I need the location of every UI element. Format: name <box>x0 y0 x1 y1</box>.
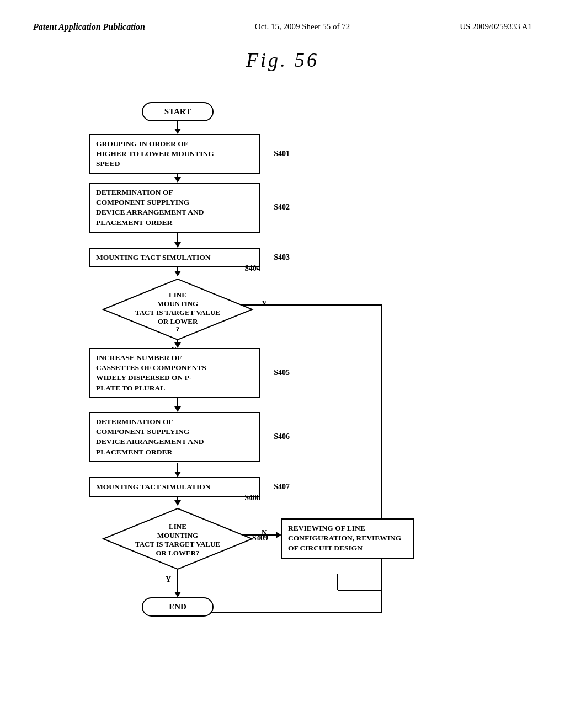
sheet-info: Oct. 15, 2009 Sheet 55 of 72 <box>255 22 350 31</box>
svg-text:OR LOWER?: OR LOWER? <box>156 549 199 557</box>
svg-marker-21 <box>276 532 281 538</box>
svg-text:LINE: LINE <box>169 522 186 531</box>
svg-text:TACT IS TARGET VALUE: TACT IS TARGET VALUE <box>135 540 220 548</box>
publication-label: Patent Application Publication <box>33 22 145 32</box>
svg-text:MOUNTING: MOUNTING <box>157 299 198 308</box>
figure-title: Fig. 56 <box>33 49 532 72</box>
svg-marker-3 <box>174 177 181 183</box>
step-s403: MOUNTING TACT SIMULATION S403 <box>89 248 260 267</box>
step-s409: REVIEWING OF LINECONFIGURATION, REVIEWIN… <box>281 518 414 559</box>
svg-marker-1 <box>174 129 181 134</box>
decision-s404: LINE MOUNTING TACT IS TARGET VALUE OR LO… <box>100 276 255 342</box>
svg-text:?: ? <box>176 325 180 333</box>
start-node: START <box>142 102 214 121</box>
svg-marker-5 <box>174 242 181 248</box>
page: Patent Application Publication Oct. 15, … <box>0 0 565 728</box>
svg-text:OR LOWER: OR LOWER <box>158 317 198 325</box>
page-header: Patent Application Publication Oct. 15, … <box>33 22 532 32</box>
svg-marker-25 <box>174 592 181 597</box>
end-node: END <box>142 597 214 617</box>
svg-marker-7 <box>174 271 181 276</box>
svg-text:MOUNTING: MOUNTING <box>157 531 198 539</box>
step-s406: DETERMINATION OFCOMPONENT SUPPLYINGDEVIC… <box>89 412 260 462</box>
svg-marker-15 <box>174 406 181 412</box>
decision-s408: LINE MOUNTING TACT IS TARGET VALUE OR LO… <box>100 506 255 572</box>
step-s401: GROUPING IN ORDER OFHIGHER TO LOWER MOUN… <box>89 134 260 174</box>
step-s402: DETERMINATION OFCOMPONENT SUPPLYINGDEVIC… <box>89 183 260 233</box>
svg-text:TACT IS TARGET VALUE: TACT IS TARGET VALUE <box>135 308 220 317</box>
step-s407: MOUNTING TACT SIMULATION S407 <box>89 477 260 497</box>
patent-number: US 2009/0259333 A1 <box>460 22 532 31</box>
flowchart-diagram: START GROUPING IN ORDER OFHIGHER TO LOWE… <box>56 94 509 656</box>
svg-text:LINE: LINE <box>169 291 186 299</box>
step-s405: INCREASE NUMBER OFCASSETTES OF COMPONENT… <box>89 348 260 398</box>
svg-marker-17 <box>174 472 181 477</box>
svg-marker-19 <box>174 500 181 506</box>
